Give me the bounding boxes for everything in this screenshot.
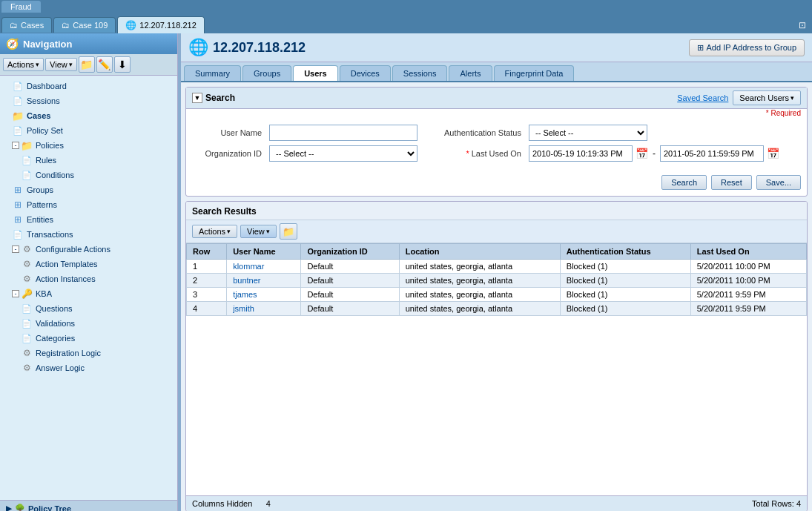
tab-cases[interactable]: 🗂 Cases	[1, 17, 52, 33]
view-dropdown-arrow: ▾	[69, 61, 73, 68]
sidebar-item-label: Validations	[36, 319, 75, 328]
cell-auth-status: Blocked (1)	[560, 260, 690, 274]
tab-ip[interactable]: 🌐 12.207.118.212	[117, 16, 204, 33]
cell-auth-status: Blocked (1)	[560, 274, 690, 288]
globe-icon-content: 🌐	[188, 38, 208, 57]
calendar-to-icon[interactable]: 📅	[767, 148, 779, 159]
tab-groups[interactable]: Groups	[242, 65, 291, 81]
cell-last-used: 5/20/2011 9:59 PM	[690, 302, 806, 316]
doc-icon-rules: 📄	[21, 154, 33, 166]
sidebar-folder-btn[interactable]: 📁	[79, 56, 95, 73]
cell-username[interactable]: tjames	[227, 288, 301, 302]
cell-username[interactable]: jsmith	[227, 302, 301, 316]
results-view-btn[interactable]: View ▾	[240, 225, 277, 238]
sidebar-item-cases[interactable]: 📁 Cases	[0, 108, 177, 123]
sidebar-item-entities[interactable]: ⊞ Entities	[0, 212, 177, 227]
col-org-id: Organization ID	[301, 244, 399, 260]
policy-tree-label: Policy Tree	[28, 504, 71, 512]
cell-location: united states, georgia, atlanta	[399, 274, 560, 288]
table-row[interactable]: 4 jsmith Default united states, georgia,…	[187, 302, 807, 316]
sidebar-down-btn[interactable]: ⬇	[114, 56, 131, 73]
maximize-button[interactable]: ⊡	[794, 18, 811, 33]
sidebar-item-label: Patterns	[27, 200, 57, 209]
tab-devices[interactable]: Devices	[340, 65, 391, 81]
sidebar-item-label: Transactions	[27, 230, 73, 239]
date-to-input[interactable]	[660, 145, 764, 162]
sidebar-actions-btn[interactable]: Actions ▾	[3, 58, 44, 71]
sidebar-item-policies[interactable]: - 📁 Policies	[0, 138, 177, 153]
sidebar: 🧭 Navigation Actions ▾ View ▾ 📁 ✏️ ⬇	[0, 33, 178, 511]
results-actions-btn[interactable]: Actions ▾	[192, 225, 237, 238]
tab-sessions[interactable]: Sessions	[392, 65, 448, 81]
sidebar-item-action-templates[interactable]: ⚙ Action Templates	[0, 257, 177, 271]
results-folder-btn[interactable]: 📁	[280, 223, 297, 240]
reset-button[interactable]: Reset	[711, 175, 752, 190]
tab-fingerprint[interactable]: Fingerprint Data	[494, 65, 575, 81]
sidebar-view-btn[interactable]: View ▾	[45, 58, 77, 71]
results-view-arrow: ▾	[266, 228, 270, 235]
doc-icon: 📄	[12, 80, 24, 92]
patterns-icon: ⊞	[12, 199, 24, 211]
sidebar-item-kba[interactable]: - 🔑 KBA	[0, 286, 177, 301]
sidebar-footer-policy-tree[interactable]: ▶ 🌳 Policy Tree	[0, 500, 177, 511]
policy-tree-icon: 🌳	[15, 504, 25, 511]
results-area: Search Results Actions ▾ View ▾ 📁	[185, 201, 808, 511]
user-name-input[interactable]	[269, 125, 417, 141]
add-group-icon: ⊞	[697, 43, 704, 53]
sidebar-item-categories[interactable]: 📄 Categories	[0, 331, 177, 346]
table-row[interactable]: 2 buntner Default united states, georgia…	[187, 274, 807, 288]
table-row[interactable]: 3 tjames Default united states, georgia,…	[187, 288, 807, 302]
cell-username[interactable]: klommar	[227, 260, 301, 274]
search-label: Search	[205, 93, 235, 103]
sidebar-item-patterns[interactable]: ⊞ Patterns	[0, 197, 177, 212]
sidebar-item-transactions[interactable]: 📄 Transactions	[0, 227, 177, 242]
sidebar-item-label: KBA	[36, 289, 52, 298]
sidebar-item-questions[interactable]: 📄 Questions	[0, 301, 177, 316]
sidebar-item-label: Configurable Actions	[36, 245, 110, 254]
sidebar-item-conditions[interactable]: 📄 Conditions	[0, 168, 177, 182]
search-actions: Search Reset Save...	[186, 172, 807, 196]
expand-policies[interactable]: -	[12, 142, 19, 149]
expand-kba[interactable]: -	[12, 290, 19, 297]
tab-alerts[interactable]: Alerts	[449, 65, 492, 81]
cell-location: united states, georgia, atlanta	[399, 288, 560, 302]
doc-icon-tx: 📄	[12, 228, 24, 240]
sidebar-item-configurable[interactable]: - ⚙ Configurable Actions	[0, 242, 177, 257]
sidebar-item-label: Cases	[27, 111, 50, 120]
cell-row: 1	[187, 260, 227, 274]
collapse-search-btn[interactable]: ▼	[192, 93, 202, 103]
search-row-1: User Name Authentication Status -- Selec…	[195, 125, 798, 141]
add-ip-group-button[interactable]: ⊞ Add IP Address to Group	[689, 39, 805, 56]
app-title[interactable]: Fraud	[1, 1, 41, 13]
sidebar-edit-btn[interactable]: ✏️	[96, 56, 113, 73]
sidebar-item-dashboard[interactable]: 📄 Dashboard	[0, 79, 177, 93]
sidebar-item-validations[interactable]: 📄 Validations	[0, 316, 177, 331]
auth-status-select[interactable]: -- Select --	[529, 125, 647, 141]
date-from-input[interactable]	[529, 145, 633, 162]
sidebar-item-answer-logic[interactable]: ⚙ Answer Logic	[0, 360, 177, 375]
org-id-select[interactable]: -- Select --	[269, 145, 417, 162]
saved-search-link[interactable]: Saved Search	[677, 93, 728, 102]
sidebar-item-policyset[interactable]: 📄 Policy Set	[0, 123, 177, 138]
ip-address-text: 12.207.118.212	[213, 40, 306, 56]
sidebar-item-reg-logic[interactable]: ⚙ Registration Logic	[0, 346, 177, 360]
sidebar-item-sessions[interactable]: 📄 Sessions	[0, 93, 177, 108]
tab-case109[interactable]: 🗂 Case 109	[53, 17, 116, 33]
search-button[interactable]: Search	[661, 175, 707, 190]
save-button[interactable]: Save...	[756, 175, 801, 190]
results-actions-label: Actions	[199, 227, 225, 236]
sidebar-item-groups[interactable]: ⊞ Groups	[0, 182, 177, 197]
search-users-button[interactable]: Search Users ▾	[733, 90, 801, 105]
tab-summary[interactable]: Summary	[184, 65, 241, 81]
sidebar-item-action-instances[interactable]: ⚙ Action Instances	[0, 271, 177, 286]
col-auth-status: Authentication Status	[560, 244, 690, 260]
cell-username[interactable]: buntner	[227, 274, 301, 288]
total-rows-label: Total Rows:	[752, 499, 794, 508]
calendar-from-icon[interactable]: 📅	[636, 148, 648, 159]
cell-org-id: Default	[301, 260, 399, 274]
add-group-btn-label: Add IP Address to Group	[707, 43, 796, 52]
sidebar-item-rules[interactable]: 📄 Rules	[0, 153, 177, 168]
expand-configurable[interactable]: -	[12, 245, 19, 253]
table-row[interactable]: 1 klommar Default united states, georgia…	[187, 260, 807, 274]
tab-users[interactable]: Users	[293, 65, 338, 81]
